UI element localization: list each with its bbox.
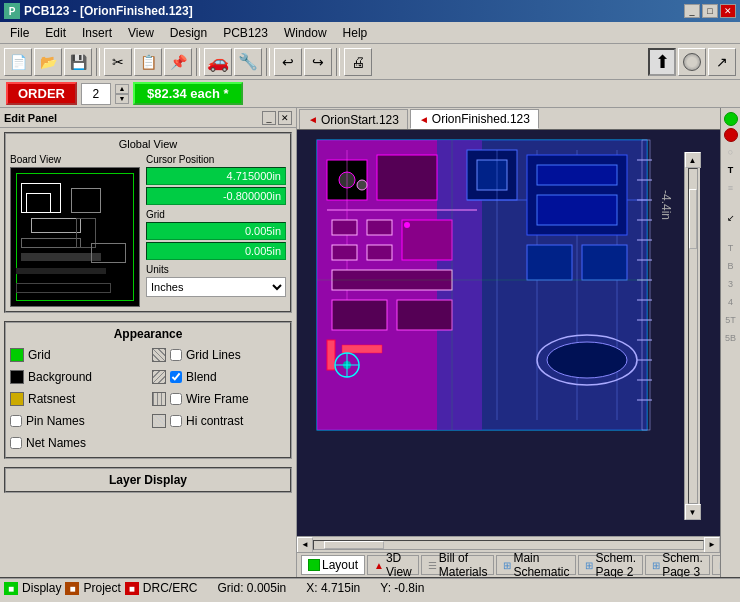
- tool1-button[interactable]: 🚗: [204, 48, 232, 76]
- wireframe-checkbox[interactable]: [170, 393, 182, 405]
- grid-color-swatch[interactable]: [10, 348, 24, 362]
- tab-orionstart-label: OrionStart.123: [321, 113, 399, 127]
- menu-design[interactable]: Design: [162, 24, 215, 42]
- side-label-b: B: [723, 258, 739, 274]
- scroll-left-arrow[interactable]: ◄: [297, 537, 313, 553]
- scroll-up-arrow[interactable]: ▲: [685, 152, 701, 168]
- main-layout: Edit Panel _ ✕ Global View Board View: [0, 108, 740, 577]
- undo-button[interactable]: ↩: [274, 48, 302, 76]
- svg-point-6: [357, 180, 367, 190]
- grid-label-text: Grid: [28, 348, 51, 362]
- pcb-svg: -4.4in: [297, 130, 720, 536]
- quantity-input[interactable]: 2: [81, 83, 111, 105]
- menu-window[interactable]: Window: [276, 24, 335, 42]
- tab-orionfinished[interactable]: ◄ OrionFinished.123: [410, 109, 539, 129]
- menu-edit[interactable]: Edit: [37, 24, 74, 42]
- tab-bar: ◄ OrionStart.123 ◄ OrionFinished.123: [297, 108, 720, 130]
- qty-up[interactable]: ▲: [115, 84, 129, 94]
- color-green[interactable]: [724, 112, 738, 126]
- grid-x-field[interactable]: 0.005in: [146, 222, 286, 240]
- panel-minimize[interactable]: _: [262, 111, 276, 125]
- global-view-title: Global View: [10, 138, 286, 150]
- bottom-tab-main-sch[interactable]: ⊞ Main Schematic: [496, 555, 576, 575]
- bottom-tab-3d[interactable]: ▲ 3D View: [367, 555, 419, 575]
- mainsch-label: Main Schematic: [513, 552, 569, 577]
- svg-rect-12: [332, 245, 357, 260]
- v-scrollbar[interactable]: ▲ ▼: [684, 152, 700, 520]
- grid-y-field[interactable]: 0.005in: [146, 242, 286, 260]
- wireframe-swatch: [152, 392, 166, 406]
- paste-button[interactable]: 📌: [164, 48, 192, 76]
- side-tool-circle[interactable]: ○: [723, 144, 739, 160]
- panel-close[interactable]: ✕: [278, 111, 292, 125]
- circle-tool[interactable]: [678, 48, 706, 76]
- cursor-x-field[interactable]: 4.715000in: [146, 167, 286, 185]
- toolbar-sep-4: [336, 48, 340, 76]
- close-button[interactable]: ✕: [720, 4, 736, 18]
- cursor-y-field[interactable]: -0.800000in: [146, 187, 286, 205]
- minimize-button[interactable]: _: [684, 4, 700, 18]
- menu-pcb123[interactable]: PCB123: [215, 24, 276, 42]
- side-tool-t[interactable]: T: [723, 162, 739, 178]
- bottom-tab-layout[interactable]: Layout: [301, 555, 365, 575]
- title-bar-controls[interactable]: _ □ ✕: [684, 4, 736, 18]
- maximize-button[interactable]: □: [702, 4, 718, 18]
- units-select[interactable]: Inches mm mils: [146, 277, 286, 297]
- h-scroll-thumb[interactable]: [324, 541, 384, 549]
- save-button[interactable]: 💾: [64, 48, 92, 76]
- background-color-swatch[interactable]: [10, 370, 24, 384]
- pointer-button[interactable]: ⬆: [648, 48, 676, 76]
- order-bar: ORDER 2 ▲ ▼ $82.34 each *: [0, 80, 740, 108]
- 3d-label: 3D View: [386, 552, 412, 577]
- h-scroll-track[interactable]: [313, 540, 704, 550]
- gridlines-label: Grid Lines: [186, 348, 241, 362]
- v-scroll-thumb[interactable]: [689, 189, 697, 249]
- svg-rect-22: [477, 160, 507, 190]
- menu-view[interactable]: View: [120, 24, 162, 42]
- netnames-checkbox[interactable]: [10, 437, 22, 449]
- appearance-pinnames-item: Pin Names: [10, 411, 144, 431]
- open-button[interactable]: 📂: [34, 48, 62, 76]
- tool2-button[interactable]: 🔧: [234, 48, 262, 76]
- side-tool-arrow[interactable]: ↙: [723, 210, 739, 226]
- bottom-tab-sch3[interactable]: ⊞ Schem. Page 3: [645, 555, 710, 575]
- toolbar-sep-1: [96, 48, 100, 76]
- tab-orionstart[interactable]: ◄ OrionStart.123: [299, 109, 408, 129]
- title-bar-left: P PCB123 - [OrionFinished.123]: [4, 3, 193, 19]
- color-red[interactable]: [724, 128, 738, 142]
- quantity-spinner[interactable]: ▲ ▼: [115, 84, 129, 104]
- menu-insert[interactable]: Insert: [74, 24, 120, 42]
- cut-button[interactable]: ✂: [104, 48, 132, 76]
- copy-button[interactable]: 📋: [134, 48, 162, 76]
- h-scrollbar[interactable]: ◄ ►: [297, 536, 720, 552]
- v-scroll-track[interactable]: [688, 168, 698, 504]
- ratsnest-color-swatch[interactable]: [10, 392, 24, 406]
- appearance-background-item: Background: [10, 367, 144, 387]
- bottom-tab-sch2[interactable]: ⊞ Schem. Page 2: [578, 555, 643, 575]
- gridlines-checkbox[interactable]: [170, 349, 182, 361]
- qty-down[interactable]: ▼: [115, 94, 129, 104]
- canvas-area[interactable]: -4.4in ▲ ▼: [297, 130, 720, 536]
- side-tool-lines[interactable]: ≡: [723, 180, 739, 196]
- order-button[interactable]: ORDER: [6, 82, 77, 105]
- panel-title: Edit Panel: [4, 112, 57, 124]
- pinnames-checkbox[interactable]: [10, 415, 22, 427]
- extra-tool[interactable]: ↗: [708, 48, 736, 76]
- side-label-5b: 5B: [723, 330, 739, 346]
- panel-controls[interactable]: _ ✕: [262, 111, 292, 125]
- new-button[interactable]: 📄: [4, 48, 32, 76]
- svg-rect-29: [537, 165, 617, 185]
- board-view-box[interactable]: [10, 167, 140, 307]
- scroll-right-arrow[interactable]: ►: [704, 537, 720, 553]
- redo-button[interactable]: ↪: [304, 48, 332, 76]
- menu-help[interactable]: Help: [335, 24, 376, 42]
- hicontrast-checkbox[interactable]: [170, 415, 182, 427]
- title-bar: P PCB123 - [OrionFinished.123] _ □ ✕: [0, 0, 740, 22]
- menu-file[interactable]: File: [2, 24, 37, 42]
- layer-display-title: Layer Display: [10, 473, 286, 487]
- 3d-icon: ▲: [374, 560, 384, 571]
- bottom-tab-bom[interactable]: ☰ Bill of Materials: [421, 555, 495, 575]
- scroll-down-arrow[interactable]: ▼: [685, 504, 701, 520]
- blend-checkbox[interactable]: [170, 371, 182, 383]
- print-button[interactable]: 🖨: [344, 48, 372, 76]
